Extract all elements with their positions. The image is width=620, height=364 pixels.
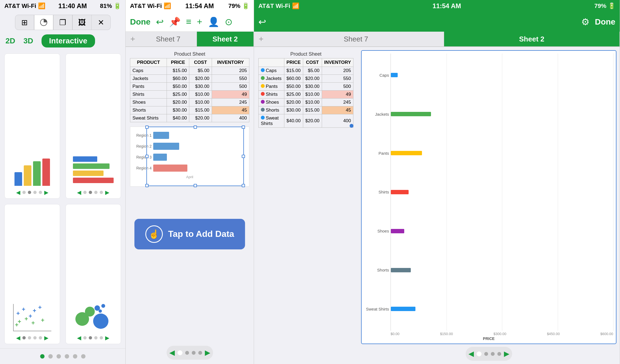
bdot-3 [94,336,98,339]
bar-chart-prev[interactable]: ◀ [16,189,20,196]
th3-price: PRICE [284,58,303,67]
cell-pants-name-2: Pants [130,83,167,91]
status-bar-1: AT&T Wi-Fi 📶 11:40 AM 81% 🔋 [0,0,125,12]
cell-pants-price-2: $50.00 [167,83,189,91]
grid-line-3 [558,53,558,331]
sheet2-tab-3[interactable]: Sheet 2 [444,32,620,46]
settings-btn-3[interactable]: ⚙ [581,16,589,27]
table-row[interactable]: Sweat Shirts $40.00 $20.00 400 [130,114,249,122]
format-btn-2[interactable]: ≡ [186,16,191,27]
more-btn-2[interactable]: ⊙ [225,16,232,27]
sheet7-tab-2[interactable]: Sheet 7 [140,32,197,46]
x-axis-title-3: PRICE [364,336,613,341]
chart-area-3: Caps Jackets Pants Shirts Shoes Shorts S… [358,47,620,364]
carousel-prev-3[interactable]: ◀ [468,350,474,358]
table-resize-handle[interactable] [350,124,353,128]
bar-chart-cell[interactable]: ◀ ▶ [4,53,60,199]
bubble-2 [85,307,95,317]
hdot-4 [100,191,103,194]
table-view-btn[interactable]: ⊞ [15,15,34,30]
sp1: + [16,310,20,317]
table-title-3: Product Sheet [258,51,353,57]
done-button-3[interactable]: Done [595,17,615,26]
image-view-btn[interactable]: 🖼 [72,15,91,30]
c3-shorts-p: $30.00 [284,106,303,114]
cell-sweat-cost-2: $20.00 [189,114,212,122]
interactive-btn[interactable]: Interactive [42,34,95,47]
battery-text-1: 81% [100,2,112,10]
scatter-next[interactable]: ▶ [44,335,48,341]
region-label-2: Region 2 [136,144,152,148]
carousel-dots-2: ◀ ▶ [167,346,213,360]
table-row[interactable]: Shoes $20.00 $10.00 245 [130,99,249,106]
dot-3 [33,191,37,194]
bar-chart-next[interactable]: ▶ [44,189,48,196]
table-row[interactable]: Caps $15.00 $5.00 205 [259,67,353,75]
bubble-5 [93,314,108,329]
sheet7-tab-3[interactable]: Sheet 7 [268,32,444,46]
region-label-1: Region 1 [136,133,152,138]
table-row[interactable]: Sweat Shirts $40.00 $20.00 400 [259,114,353,128]
table-row[interactable]: Pants $50.00 $30.00 500 [130,83,249,91]
ylabel-jackets: Jackets [366,112,389,117]
cdot-3-2 [192,351,196,355]
region-row-2: Region 2 [136,143,244,150]
cell-shirts-cost-2: $10.00 [189,91,212,99]
page-dot-6 [81,354,85,359]
bars-area-3 [391,53,613,331]
tap-overlay[interactable]: ☝ Tap to Add Data [134,219,245,249]
ylabel-pants: Pants [366,151,389,156]
table-row[interactable]: Shoes $20.00 $10.00 245 [259,99,353,106]
region-label-4: Region 4 [136,166,152,170]
scatter-prev[interactable]: ◀ [16,335,20,341]
bar-chart-preview [7,56,57,187]
hbar-next[interactable]: ▶ [105,189,109,196]
table-row[interactable]: Pants $50.00 $30.00 500 [259,83,353,91]
region-row-1: Region 1 [136,132,244,139]
table-row[interactable]: Shorts $30.00 $15.00 45 [130,106,249,114]
bubble-chart-cell[interactable]: ◀ ▶ [66,204,121,344]
bubble-prev[interactable]: ◀ [77,335,81,341]
cell-shorts-price-2: $30.00 [167,106,189,114]
cdot-4-3 [497,352,501,356]
cell-jackets-cost-2: $20.00 [189,75,212,83]
add-sheet-3[interactable]: + [254,34,268,44]
hbar-prev[interactable]: ◀ [77,189,81,196]
carousel-next-3[interactable]: ▶ [504,350,509,358]
table-wrapper-2: Product Sheet PRODUCT PRICE COST INVENTO… [130,51,249,122]
done-button-2[interactable]: Done [130,17,150,26]
page-dot-1 [40,354,45,359]
sp4: + [33,307,36,314]
table-area-3: Product Sheet PRICE COST INVENTORY Caps [254,47,358,364]
layers-view-btn[interactable]: ❐ [53,15,72,30]
sheet2-tab-2[interactable]: Sheet 2 [197,32,254,46]
bubble-next[interactable]: ▶ [105,335,109,341]
table-row[interactable]: Jackets $60.00 $20.00 550 [259,75,353,83]
carousel-prev-2[interactable]: ◀ [169,348,175,357]
add-sheet-2[interactable]: + [126,34,140,44]
table-row[interactable]: Caps $15.00 $5.00 205 [130,67,249,75]
undo-btn-3[interactable]: ↩ [258,16,266,27]
wifi-icon-3: 📶 [292,2,299,10]
table-row[interactable]: Shirts $25.00 $10.00 49 [130,91,249,99]
undo-btn-2[interactable]: ↩ [156,16,164,27]
add-btn-2[interactable]: + [197,16,202,27]
panel-chart-picker: AT&T Wi-Fi 📶 11:40 AM 81% 🔋 ⊞ ❐ 🖼 ✕ 2D 3… [0,0,126,364]
scatter-chart-cell[interactable]: + + + + + + + + + + ◀ ▶ [4,204,60,344]
2d-btn[interactable]: 2D [5,37,15,45]
table-row[interactable]: Jackets $60.00 $20.00 550 [130,75,249,83]
carousel-next-2[interactable]: ▶ [205,348,210,357]
pin-btn-2[interactable]: 📌 [169,16,181,27]
bubble-chart-preview [69,207,118,333]
hbar-1 [73,156,98,162]
table-row[interactable]: Shirts $25.00 $10.00 49 [259,91,353,99]
status-left-3: AT&T Wi-Fi 📶 [258,2,299,10]
chart-view-btn[interactable] [34,15,53,30]
hbar-chart-cell[interactable]: ◀ ▶ [66,53,121,199]
3d-btn[interactable]: 3D [23,37,33,45]
wifi-icon-2: 📶 [164,2,171,10]
share-btn-2[interactable]: 👤 [208,16,219,27]
table-row[interactable]: Shorts $30.00 $15.00 45 [259,106,353,114]
close-btn[interactable]: ✕ [91,15,111,30]
th3-cost: COST [303,58,322,67]
